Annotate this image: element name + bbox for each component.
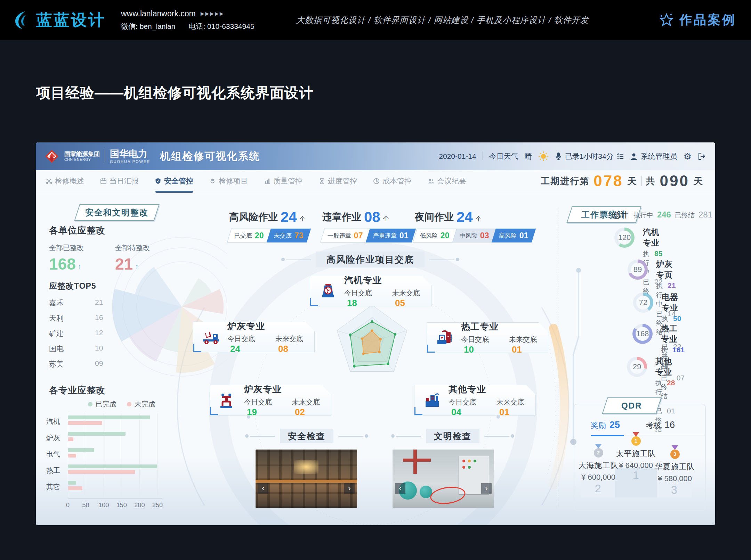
qdr-tab-assessment[interactable]: 考核 16 xyxy=(646,420,675,431)
future-stat: 未来交底01 xyxy=(509,335,548,355)
today-label: 今日交底 xyxy=(449,398,476,406)
safety-check-photo: ‹ › xyxy=(256,450,357,508)
badge-num: 01 xyxy=(519,231,528,240)
today-stat: 今日交底10 xyxy=(461,335,500,355)
photo-next-button[interactable]: › xyxy=(481,483,492,494)
indicator-light xyxy=(474,460,476,462)
duration-unit: 天 xyxy=(628,175,637,187)
tab-repair-projects[interactable]: 检修项目 xyxy=(209,170,248,192)
card-steam-turbine[interactable]: 汽机专业 今日交底18 未来交底05 xyxy=(310,276,431,306)
tools-icon xyxy=(46,178,52,184)
list-icon[interactable] xyxy=(617,153,624,159)
record-status[interactable]: 已录1小时34分 xyxy=(555,151,624,161)
medal-rank: 2 xyxy=(597,450,600,455)
section-badge-label: QDR xyxy=(621,401,642,411)
photo-prev-button[interactable]: ‹ xyxy=(258,483,268,494)
tab-quality-control[interactable]: 质量管控 xyxy=(264,170,302,192)
card-thermal[interactable]: 热工专业 今日交底10 未来交底01 xyxy=(427,322,548,353)
dashboard-header: 国家能源集团 CHN ENERGY 国华电力 GUOHUA POWER 机组检修… xyxy=(36,142,715,170)
done-total: 281 xyxy=(698,210,712,220)
top5-name: 天利 xyxy=(49,314,64,322)
top5-row: 嘉禾21 xyxy=(49,298,119,308)
top5-value: 09 xyxy=(95,359,103,368)
legend-undone-label: 未完成 xyxy=(135,400,155,408)
total-days: 090 xyxy=(660,172,689,190)
today-value: 04 xyxy=(451,407,461,417)
wechat-label: 微信: ben_lanlan xyxy=(121,22,175,31)
podium-step-1: 1 xyxy=(615,468,657,497)
exec-label: 执行中 xyxy=(633,211,653,220)
up-arrow-icon: ↑ xyxy=(78,263,81,273)
mixer-truck-icon xyxy=(202,328,220,346)
tab-cost-control[interactable]: 成本管控 xyxy=(373,170,412,192)
team-amount: ¥ 640,000 xyxy=(615,461,657,470)
tab-overview[interactable]: 检修概述 xyxy=(46,170,84,192)
tab-label: 成本管控 xyxy=(382,176,412,186)
card-ash-valve[interactable]: 炉灰专业 今日交底19 未来交底02 xyxy=(210,385,331,415)
badge-mid-risk: 中风险03 xyxy=(452,229,496,242)
tab-label: 安全管控 xyxy=(164,176,193,186)
donut-chart: 120 xyxy=(614,228,635,248)
exec-value: 28 xyxy=(667,379,675,406)
stat-title: 违章作业 xyxy=(322,211,361,224)
indicator-light xyxy=(462,460,465,462)
dashboard: 国家能源集团 CHN ENERGY 国华电力 GUOHUA POWER 机组检修… xyxy=(36,142,715,525)
reward-count: 25 xyxy=(609,420,620,430)
user-name: 系统管理员 xyxy=(641,151,677,161)
stat-value: 08 xyxy=(364,211,380,224)
stat-title: 夜间作业 xyxy=(415,211,454,224)
brand-group-cn: 国家能源集团 xyxy=(64,151,100,158)
qdr-tab-reward[interactable]: 奖励 25 xyxy=(591,420,620,431)
photo-next-button[interactable]: › xyxy=(344,483,355,494)
lanlan-logo[interactable]: 蓝蓝设计 xyxy=(12,9,106,31)
header-status-bar: 2020-01-14 今日天气 晴 已录1小时34分 xyxy=(439,142,706,170)
card-ash-truck[interactable]: 炉灰专业 今日交底24 未来交底08 xyxy=(193,322,315,352)
tab-meeting-minutes[interactable]: 会议纪要 xyxy=(428,170,466,192)
settings-gear-icon[interactable]: ⚙ xyxy=(684,151,692,162)
bronze-medal-icon: 3 xyxy=(670,450,680,459)
badge-label: 低风险 xyxy=(420,232,438,240)
rectified-label: 全部已整改 xyxy=(49,243,84,253)
podium-first: 1 太平施工队 ¥ 640,000 xyxy=(615,431,657,470)
today-stat: 今日交底19 xyxy=(244,397,283,418)
user-menu[interactable]: 系统管理员 xyxy=(630,151,677,161)
tab-progress-control[interactable]: 进度管控 xyxy=(318,170,357,192)
brand-co-en: GUOHUA POWER xyxy=(110,159,150,164)
stat-high-risk-jobs: 高风险作业 24 个 已交底20 未交底73 xyxy=(229,211,308,242)
stat-unit: 个 xyxy=(300,215,306,224)
connector-dot xyxy=(511,434,514,438)
total-unit: 天 xyxy=(694,175,703,187)
future-stat: 未来交底05 xyxy=(392,288,431,308)
top5-name: 矿建 xyxy=(49,329,64,337)
donut-title: 汽机专业 xyxy=(643,227,662,248)
portfolio-link[interactable]: 作品案例 xyxy=(659,11,736,28)
chart-icon xyxy=(264,178,270,184)
tab-daily-report[interactable]: 当日汇报 xyxy=(100,170,139,192)
badge-label: 严重违章 xyxy=(373,232,397,240)
podium-step-2: 2 xyxy=(581,481,615,497)
section-title-disclosure: 高风险作业项目交底 xyxy=(316,252,425,267)
card-name: 热工专业 xyxy=(461,321,548,333)
future-label: 未来交底 xyxy=(292,398,320,406)
total-prefix: 共 xyxy=(646,175,656,187)
tab-safety-control[interactable]: 安全管控 xyxy=(155,170,193,192)
hourglass-icon xyxy=(318,178,325,184)
valve-icon xyxy=(218,391,237,410)
donut-chart: 89 xyxy=(628,260,648,280)
medal-rank: 1 xyxy=(635,438,637,444)
medal-rank: 3 xyxy=(673,451,676,457)
team-amount: ¥ 580,000 xyxy=(654,474,696,483)
site-url[interactable]: www.lanlanwork.com xyxy=(121,9,196,18)
today-stat: 今日交底18 xyxy=(344,288,383,308)
top5-row: 苏美09 xyxy=(49,359,119,369)
photo-prev-button[interactable]: ‹ xyxy=(395,483,405,494)
rectified-value: 168 xyxy=(49,255,76,273)
donut-value: 89 xyxy=(628,260,648,280)
logout-icon[interactable] xyxy=(698,153,706,160)
future-label: 未来交底 xyxy=(392,289,420,297)
donut-title: 热工专业 xyxy=(661,323,685,345)
card-other[interactable]: 其他专业 今日交底04 未来交底01 xyxy=(414,385,536,415)
card-name: 炉灰专业 xyxy=(244,383,331,395)
team-name: 大海施工队 xyxy=(578,460,619,471)
people-icon xyxy=(428,178,434,184)
